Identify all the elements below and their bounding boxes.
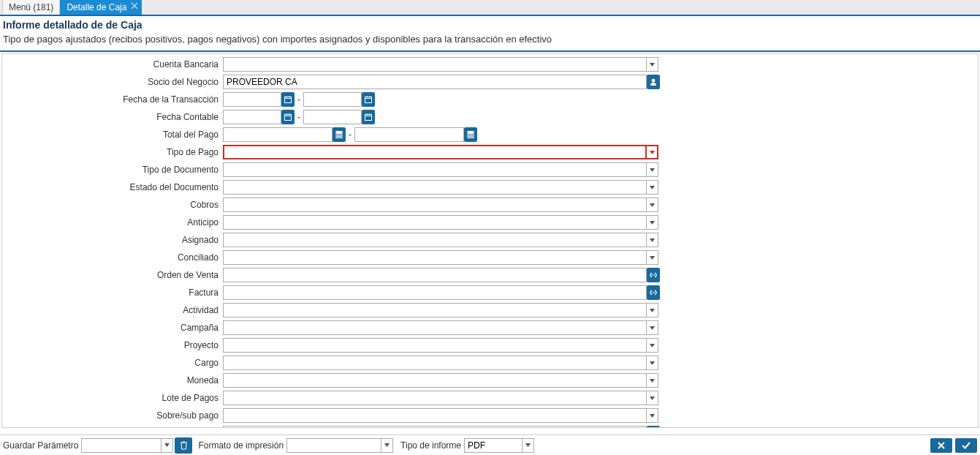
page-subtitle: Tipo de pagos ajustados (recibos positiv… [3, 34, 977, 45]
label-estado-documento: Estado del Documento [2, 182, 223, 192]
tab-bar: Menú (181) Detalle de Caja [0, 0, 980, 16]
divider [0, 50, 980, 52]
cancel-button[interactable] [930, 438, 952, 453]
calculator-icon[interactable] [333, 127, 346, 142]
tab-menu[interactable]: Menú (181) [2, 0, 60, 15]
chevron-down-icon[interactable] [647, 250, 658, 265]
cobros-input[interactable] [223, 198, 647, 212]
sobre-sub-input[interactable] [223, 408, 647, 423]
chevron-down-icon[interactable] [647, 198, 658, 212]
chevron-down-icon[interactable] [647, 233, 658, 247]
fecha-contable-from[interactable] [223, 110, 281, 124]
label-campana: Campaña [2, 323, 223, 333]
label-actividad: Actividad [2, 305, 223, 315]
link-icon[interactable] [647, 426, 660, 428]
actividad-input[interactable] [223, 303, 647, 317]
factura-input[interactable] [223, 285, 647, 300]
label-conciliado: Conciliado [2, 252, 223, 263]
orden-venta-input[interactable] [223, 268, 647, 282]
label-anticipo: Anticipo [2, 217, 223, 228]
tipo-documento-input[interactable] [223, 162, 647, 177]
chevron-down-icon[interactable] [647, 320, 658, 335]
close-icon[interactable] [131, 2, 138, 11]
label-socio-negocio: Socio del Negocio [2, 77, 223, 87]
label-total-pago: Total del Pago [2, 129, 223, 140]
total-pago-to[interactable] [354, 127, 464, 142]
proyecto-input[interactable] [223, 338, 647, 353]
chevron-down-icon[interactable] [523, 438, 534, 453]
fecha-transaccion-to[interactable] [303, 92, 362, 107]
label-moneda: Moneda [2, 375, 223, 386]
chevron-down-icon[interactable] [647, 303, 658, 317]
socio-negocio-input[interactable] [223, 75, 647, 89]
chevron-down-icon[interactable] [647, 215, 658, 230]
label-cobros: Cobros [2, 200, 223, 210]
chevron-down-icon[interactable] [647, 391, 658, 405]
fecha-transaccion-from[interactable] [223, 92, 281, 107]
tipo-pago-input[interactable] [223, 145, 647, 159]
chevron-down-icon[interactable] [647, 180, 658, 195]
label-lote-pagos: Lote de Pagos [2, 393, 223, 403]
label-tipo-pago: Tipo de Pago [2, 147, 223, 157]
tab-label: Detalle de Caja [67, 2, 126, 12]
page-title: Informe detallado de de Caja [3, 19, 977, 31]
link-icon[interactable] [647, 268, 660, 282]
x-icon [937, 442, 946, 449]
label-tipo-documento: Tipo de Documento [2, 165, 223, 175]
formato-impresion-input[interactable] [286, 438, 381, 453]
moneda-input[interactable] [223, 373, 647, 388]
calendar-icon[interactable] [362, 110, 375, 124]
label-fecha-transaccion: Fecha de la Transacción [2, 94, 223, 105]
label-formato-impresion: Formato de impresión [198, 440, 284, 451]
check-icon [962, 442, 970, 449]
label-proyecto: Proyecto [2, 340, 223, 350]
total-pago-from[interactable] [223, 127, 333, 142]
calendar-icon[interactable] [362, 92, 375, 107]
footer-bar: Guardar Parámetro Formato de impresión T… [0, 435, 980, 455]
header: Informe detallado de de Caja Tipo de pag… [0, 16, 980, 50]
estado-documento-input[interactable] [223, 180, 647, 195]
chevron-down-icon[interactable] [647, 408, 658, 423]
anticipo-input[interactable] [223, 215, 647, 230]
form-area: Cuenta Bancaria Socio del Negocio Fecha … [1, 53, 979, 428]
label-sobre-sub: Sobre/sub pago [2, 410, 223, 421]
trash-icon [180, 441, 188, 450]
lote-pagos-input[interactable] [223, 391, 647, 405]
chevron-down-icon[interactable] [647, 145, 658, 159]
tipo-informe-input[interactable] [464, 438, 523, 453]
delete-button[interactable] [175, 437, 192, 454]
chevron-down-icon[interactable] [647, 57, 658, 72]
label-fecha-contable: Fecha Contable [2, 112, 223, 122]
label-asignado: Asignado [2, 235, 223, 245]
label-cargo: Cargo [2, 358, 223, 368]
campana-input[interactable] [223, 320, 647, 335]
cuenta-bancaria-input[interactable] [223, 57, 647, 72]
label-guardar-parametro: Guardar Parámetro [3, 440, 78, 451]
link-icon[interactable] [647, 285, 660, 300]
cargo-input[interactable] [223, 356, 647, 370]
chevron-down-icon[interactable] [647, 373, 658, 388]
label-factura: Factura [2, 287, 223, 298]
user-icon[interactable] [647, 75, 660, 89]
fecha-contable-to[interactable] [303, 110, 362, 124]
label-tipo-informe: Tipo de informe [400, 440, 461, 451]
calendar-icon[interactable] [281, 92, 295, 107]
chevron-down-icon[interactable] [647, 162, 658, 177]
tab-label: Menú (181) [9, 2, 53, 12]
chevron-down-icon[interactable] [647, 356, 658, 370]
calculator-icon[interactable] [464, 127, 477, 142]
chevron-down-icon[interactable] [647, 338, 658, 353]
chevron-down-icon[interactable] [162, 438, 173, 453]
conciliado-input[interactable] [223, 250, 647, 265]
guardar-parametro-input[interactable] [81, 438, 162, 453]
pago-referido-input[interactable] [223, 426, 647, 428]
label-cuenta-bancaria: Cuenta Bancaria [2, 59, 223, 69]
chevron-down-icon[interactable] [381, 438, 393, 453]
calendar-icon[interactable] [281, 110, 295, 124]
tab-detalle-caja[interactable]: Detalle de Caja [60, 0, 142, 15]
asignado-input[interactable] [223, 233, 647, 247]
confirm-button[interactable] [955, 438, 977, 453]
label-orden-venta: Orden de Venta [2, 270, 223, 280]
